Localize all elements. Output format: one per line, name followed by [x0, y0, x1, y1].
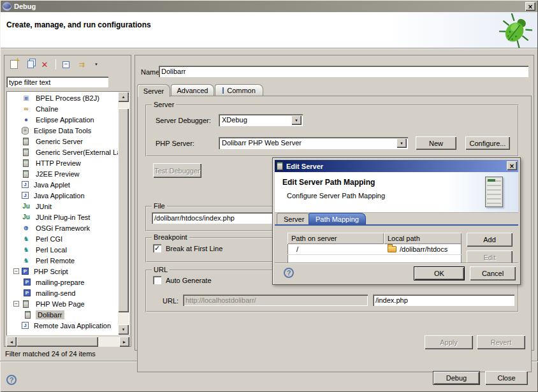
tree-item-label: mailing-send	[34, 289, 77, 298]
revert-button[interactable]: Revert	[477, 335, 525, 349]
server-group-title: Server	[152, 101, 176, 108]
close-button[interactable]: Close	[485, 371, 528, 385]
perl-icon: ♞	[22, 235, 31, 243]
window-titlebar[interactable]: Debug ×	[1, 1, 537, 12]
help-icon[interactable]: ?	[6, 375, 17, 385]
tree-item[interactable]: JRemote Java Application	[7, 320, 118, 331]
add-button[interactable]: Add	[467, 233, 513, 247]
new-configuration-icon[interactable]	[7, 58, 21, 71]
tree-item[interactable]: Pmailing-prepare	[7, 277, 118, 287]
tab-advanced[interactable]: Advanced	[171, 84, 214, 96]
php-file-icon: P	[24, 289, 31, 296]
bug-icon	[499, 13, 532, 48]
help-icon[interactable]: ?	[284, 268, 294, 278]
debug-button[interactable]: Debug	[433, 371, 480, 385]
tree-item[interactable]: ♞Perl CGI	[7, 233, 118, 244]
tree-item[interactable]: ●Eclipse Application	[7, 114, 118, 125]
tree-item-label: PHP Web Page	[34, 300, 87, 309]
delete-icon[interactable]: ✕	[38, 58, 52, 71]
configurations-tree[interactable]: ▣BPEL Process (B2J)∞Chaîne●Eclipse Appli…	[6, 91, 129, 335]
java-app-icon: J	[22, 192, 29, 199]
table-row[interactable]: / /dolibarr/htdocs	[287, 244, 462, 255]
tab-common[interactable]: Common	[215, 84, 263, 96]
php-server-label: PHP Server:	[156, 140, 194, 147]
tree-item-label: J2EE Preview	[34, 170, 81, 178]
tree-item[interactable]: HTTP Preview	[7, 157, 118, 168]
server-tower-icon	[485, 177, 503, 207]
name-input[interactable]	[159, 66, 528, 77]
path-mapping-content: Path on server Local path / /dolibarr/ht…	[275, 226, 518, 264]
url-group-title: URL	[152, 266, 170, 273]
tree-item[interactable]: ♞Perl Remote	[7, 255, 118, 266]
tree-item-label: BPEL Process (B2J)	[34, 94, 101, 103]
collapse-expander-icon[interactable]: −	[13, 301, 19, 307]
breakpoint-group-title: Breakpoint	[152, 233, 189, 241]
banner: Create, manage, and run configurations	[1, 12, 537, 48]
tree-item[interactable]: JJava Applet	[7, 179, 118, 190]
filter-input[interactable]	[6, 76, 108, 87]
tree-item-label: Remote Java Application	[32, 321, 113, 330]
tree-item[interactable]: JuJUnit	[7, 201, 118, 212]
php-file-icon: P	[24, 279, 31, 286]
tree-item[interactable]: ⊕OSGi Framework	[7, 222, 118, 233]
tree-item[interactable]: ♞Perl Local	[7, 244, 118, 255]
test-debugger-button[interactable]: Test Debugger	[153, 163, 201, 178]
path-mapping-table[interactable]: Path on server Local path / /dolibarr/ht…	[287, 233, 462, 264]
tree-horizontal-scrollbar[interactable]: ◄ ►	[6, 337, 129, 347]
filter-icon[interactable]: ⇉	[74, 58, 88, 71]
tree-item[interactable]: JuJUnit Plug-in Test	[7, 212, 118, 222]
tree-item-label: Generic Server(External La	[34, 148, 118, 157]
database-icon: ≡	[22, 127, 29, 134]
bpel-process-icon: ▣	[22, 94, 31, 102]
tree-item[interactable]: JJava Application	[7, 190, 118, 201]
chevron-down-icon[interactable]: ▼	[396, 138, 407, 148]
dialog-titlebar[interactable]: Edit Server ×	[275, 160, 518, 172]
configurations-sidebar: ✕ ⇉ ▼ ▣BPEL Process (B2J)∞Chaîne●Eclipse…	[4, 55, 131, 347]
tree-item[interactable]: Pmailing-send	[7, 287, 118, 298]
tab-server[interactable]: Server	[137, 84, 170, 97]
tree-item[interactable]: Dolibarr	[7, 309, 118, 320]
ok-button[interactable]: OK	[414, 266, 465, 280]
break-first-line-checkbox[interactable]: ✓	[153, 244, 161, 252]
tree-vertical-scrollbar[interactable]: ▲ ▼	[118, 92, 129, 335]
cancel-button[interactable]: Cancel	[470, 266, 516, 280]
tree-item-label: Java Applet	[32, 180, 72, 189]
column-header-local-path[interactable]: Local path	[384, 233, 462, 244]
tree-item[interactable]: Generic Server(External La	[7, 147, 118, 157]
server-debugger-combo[interactable]: XDebug ▼	[219, 114, 303, 126]
tree-item[interactable]: −PPHP Script	[7, 266, 118, 277]
dialog-tab-path-mapping[interactable]: Path Mapping	[309, 213, 366, 224]
dropdown-arrow-icon[interactable]: ▼	[89, 58, 103, 71]
edit-button[interactable]: Edit	[467, 250, 513, 264]
chevron-down-icon[interactable]: ▼	[291, 115, 302, 125]
php-server-combo[interactable]: Dolibarr PHP Web Server ▼	[219, 137, 408, 149]
dialog-close-icon[interactable]: ×	[507, 161, 517, 170]
collapse-expander-icon[interactable]: −	[13, 268, 19, 274]
tree-item[interactable]: J2EE Preview	[7, 168, 118, 179]
duplicate-icon[interactable]	[22, 58, 36, 71]
tree-item-label: HTTP Preview	[34, 159, 83, 168]
tree-item[interactable]: ∞Chaîne	[7, 103, 118, 114]
url-path-input[interactable]	[373, 294, 514, 306]
tree-item[interactable]: Generic Server	[7, 136, 118, 147]
tree-item-label: OSGi Framework	[34, 224, 92, 233]
apply-button[interactable]: Apply	[425, 335, 473, 349]
collapse-all-icon[interactable]	[59, 58, 73, 71]
php-script-icon: P	[22, 268, 29, 275]
junit-icon: Ju	[22, 202, 31, 210]
column-header-path-on-server[interactable]: Path on server	[287, 233, 384, 244]
auto-generate-checkbox[interactable]	[153, 276, 161, 284]
table-icon	[222, 87, 224, 94]
server-icon	[25, 311, 31, 319]
tree-item[interactable]: ▣BPEL Process (B2J)	[7, 92, 118, 103]
server-debugger-label: Server Debugger:	[156, 117, 211, 124]
break-first-line-label: Break at First Line	[166, 245, 222, 252]
tree-item[interactable]: ≡Eclipse Data Tools	[7, 125, 118, 136]
configure-button[interactable]: Configure...	[465, 136, 510, 150]
new-server-button[interactable]: New	[416, 136, 456, 150]
window-close-icon[interactable]: ×	[525, 2, 535, 11]
server-icon	[277, 162, 283, 170]
perl-icon: ♞	[22, 245, 31, 254]
tree-item[interactable]: −PHP Web Page	[7, 298, 118, 309]
dialog-tab-server[interactable]: Server	[277, 213, 311, 224]
